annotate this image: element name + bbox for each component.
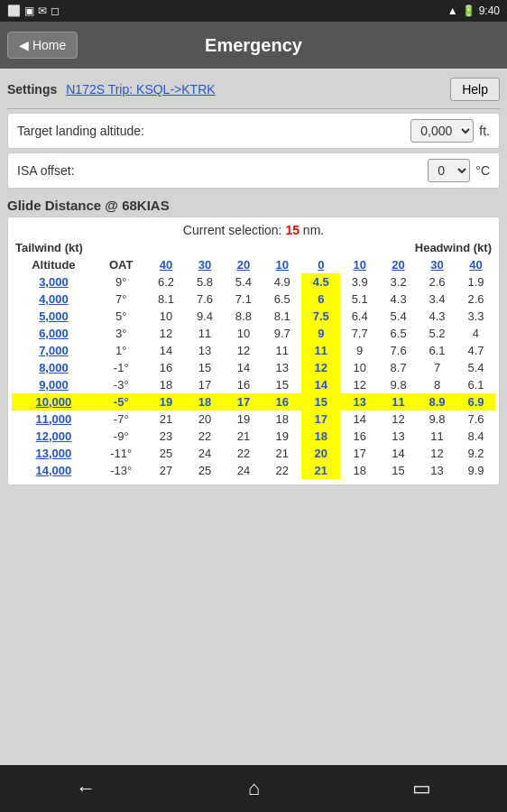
tw-cell: 20	[186, 411, 225, 428]
back-nav-icon[interactable]: ←	[76, 777, 96, 800]
hw-cell: 6.1	[456, 376, 495, 393]
tw-cell: 22	[186, 428, 225, 445]
tw-cell: 12	[224, 342, 263, 359]
isa-offset-select[interactable]: 0 5 -5	[428, 159, 470, 182]
hw-cell: 12	[418, 445, 456, 462]
tw-cell: 8.1	[147, 291, 186, 308]
oat-cell: -3°	[96, 376, 147, 393]
oat-cell: 7°	[96, 291, 147, 308]
oat-cell: 1°	[96, 342, 147, 359]
hw-cell: 5.4	[456, 359, 495, 376]
altitude-cell[interactable]: 4,000	[12, 291, 96, 308]
target-altitude-select[interactable]: 0,000 1,000 2,000	[410, 119, 474, 143]
current-selection-value: 15	[285, 223, 300, 237]
wifi-icon: ▲	[447, 5, 458, 17]
hw-cell: 4.3	[418, 308, 456, 325]
hw-cell: 11	[379, 393, 418, 411]
tw-cell: 7.6	[186, 291, 225, 308]
altitude-cell[interactable]: 13,000	[12, 445, 96, 462]
hw-cell: 6.1	[418, 342, 456, 359]
altitude-cell[interactable]: 5,000	[12, 308, 96, 325]
col-header-0: 0	[301, 256, 340, 273]
recent-nav-icon[interactable]: ▭	[412, 777, 431, 800]
altitude-cell[interactable]: 8,000	[12, 359, 96, 376]
altitude-cell[interactable]: 6,000	[12, 325, 96, 342]
tw-cell: 21	[224, 428, 263, 445]
hw-cell: 3.2	[379, 273, 418, 291]
tw-cell: 24	[224, 462, 263, 479]
tw-cell: 17	[224, 393, 263, 411]
tw-cell: 16	[263, 393, 301, 411]
altitude-cell[interactable]: 14,000	[12, 462, 96, 479]
zero-wind-cell: 20	[301, 445, 340, 462]
zero-wind-cell: 9	[301, 325, 340, 342]
tailwind-label: Tailwind (kt)	[15, 241, 83, 254]
col-header-tw40: 40	[147, 256, 186, 273]
trip-link[interactable]: N172S Trip: KSQL->KTRK	[66, 82, 215, 97]
isa-unit: °C	[475, 163, 490, 178]
hw-cell: 14	[340, 411, 379, 428]
tw-cell: 10	[224, 325, 263, 342]
headwind-label: Headwind (kt)	[415, 241, 492, 254]
altitude-unit: ft.	[479, 124, 490, 138]
hw-cell: 12	[340, 376, 379, 393]
hw-cell: 9.9	[456, 462, 495, 479]
zero-wind-cell: 15	[301, 393, 340, 411]
tw-cell: 9.7	[263, 325, 301, 342]
hw-cell: 3.3	[456, 308, 495, 325]
col-header-hw10: 10	[340, 256, 379, 273]
col-header-tw10: 10	[263, 256, 301, 273]
nav-bar: ← ⌂ ▭	[0, 765, 507, 812]
oat-cell: -9°	[96, 428, 147, 445]
settings-label: Settings	[7, 82, 57, 97]
altitude-cell[interactable]: 12,000	[12, 428, 96, 445]
table-row: 10,000-5°191817161513118.96.9	[12, 393, 495, 411]
hw-cell: 6.4	[340, 308, 379, 325]
hw-cell: 7.6	[379, 342, 418, 359]
col-header-hw20: 20	[379, 256, 418, 273]
tw-cell: 8.8	[224, 308, 263, 325]
tw-cell: 10	[147, 308, 186, 325]
tw-cell: 24	[186, 445, 225, 462]
col-header-altitude: Altitude	[12, 256, 96, 273]
tw-cell: 6.2	[147, 273, 186, 291]
zero-wind-cell: 6	[301, 291, 340, 308]
tw-cell: 9.4	[186, 308, 225, 325]
altitude-cell[interactable]: 10,000	[12, 393, 96, 411]
page-title: Emergency	[205, 35, 302, 56]
hw-cell: 16	[340, 428, 379, 445]
altitude-cell[interactable]: 9,000	[12, 376, 96, 393]
table-row: 7,0001°141312111197.66.14.7	[12, 342, 495, 359]
altitude-cell[interactable]: 7,000	[12, 342, 96, 359]
altitude-cell[interactable]: 11,000	[12, 411, 96, 428]
status-left-icons: ⬜ ▣ ✉ ◻	[7, 5, 60, 17]
current-selection-prefix: Current selection:	[183, 223, 282, 237]
section-title: Glide Distance @ 68KIAS	[7, 192, 500, 217]
table-row: 4,0007°8.17.67.16.565.14.33.42.6	[12, 291, 495, 308]
table-row: 13,000-11°25242221201714129.2	[12, 445, 495, 462]
altitude-cell[interactable]: 3,000	[12, 273, 96, 291]
hw-cell: 17	[340, 445, 379, 462]
hw-cell: 8.9	[418, 393, 456, 411]
status-right-icons: ▲ 🔋 9:40	[447, 5, 500, 17]
hw-cell: 15	[379, 462, 418, 479]
hw-cell: 12	[379, 411, 418, 428]
divider-1	[7, 108, 500, 109]
table-row: 8,000-1°1615141312108.775.4	[12, 359, 495, 376]
hw-cell: 3.9	[340, 273, 379, 291]
current-selection-suffix: nm.	[303, 223, 324, 237]
tw-cell: 8.1	[263, 308, 301, 325]
oat-cell: 9°	[96, 273, 147, 291]
tw-cell: 14	[147, 342, 186, 359]
hw-cell: 7	[418, 359, 456, 376]
time-display: 9:40	[479, 5, 500, 17]
home-nav-icon[interactable]: ⌂	[248, 777, 260, 800]
hw-cell: 9.2	[456, 445, 495, 462]
home-button[interactable]: ◀ Home	[7, 32, 78, 59]
target-altitude-label: Target landing altitude:	[17, 124, 144, 138]
settings-row: Settings N172S Trip: KSQL->KTRK Help	[7, 74, 500, 105]
help-button[interactable]: Help	[450, 78, 500, 101]
table-row: 6,0003°1211109.797.76.55.24	[12, 325, 495, 342]
zero-wind-cell: 17	[301, 411, 340, 428]
oat-cell: -5°	[96, 393, 147, 411]
